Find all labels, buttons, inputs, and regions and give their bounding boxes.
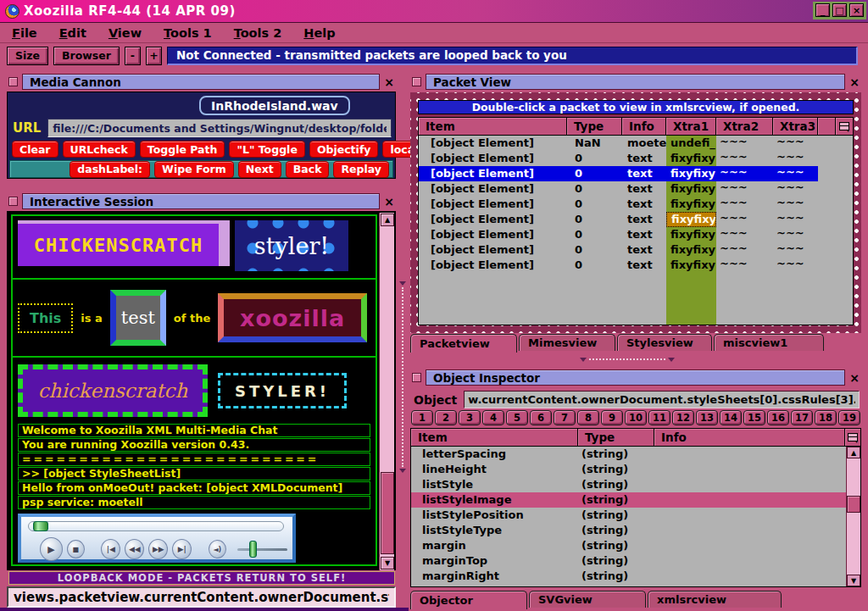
scroll-thumb[interactable]	[381, 472, 394, 554]
vertical-splitter[interactable]	[399, 281, 406, 473]
index-button-17[interactable]: 17	[791, 410, 813, 425]
close-icon[interactable]: ×	[848, 371, 861, 385]
index-button-3[interactable]: 3	[459, 410, 481, 425]
interactive-session-title[interactable]: Interactive Session	[22, 193, 380, 209]
session-scrollbar[interactable]: ▲ ▼	[379, 213, 394, 570]
column-header[interactable]: Xtra3	[773, 118, 818, 135]
toggle-path-button[interactable]: Toggle Path	[140, 141, 225, 158]
menu-file[interactable]: File	[12, 26, 37, 40]
scroll-up-icon[interactable]: ▲	[381, 214, 394, 226]
minimize-button[interactable]: _	[815, 3, 830, 17]
menu-help[interactable]: Help	[303, 26, 335, 40]
menu-tools1[interactable]: Tools 1	[164, 26, 212, 40]
panel-menu-icon[interactable]	[412, 77, 421, 86]
table-row[interactable]: [object Element] 0 text fixyfixy ~~~ ~~~	[419, 242, 853, 258]
index-button-18[interactable]: 18	[815, 410, 837, 425]
panel-menu-icon[interactable]	[8, 77, 18, 86]
property-row[interactable]: margin (string)	[411, 538, 846, 553]
close-button[interactable]: ×	[849, 3, 864, 17]
table-row[interactable]: [object Element] 0 text fixyfixy ~~~ ~~~	[419, 181, 853, 197]
objectify-button[interactable]: Objectify	[309, 141, 379, 158]
property-row[interactable]: listStylePosition (string)	[411, 508, 846, 523]
command-input[interactable]	[7, 586, 396, 608]
close-icon[interactable]: ×	[382, 75, 396, 89]
tab-miscview1[interactable]: miscview1	[714, 334, 824, 351]
clear-button[interactable]: Clear	[12, 141, 58, 158]
l-toggle-button[interactable]: "L" Toggle	[229, 141, 304, 158]
property-row[interactable]: lineHeight (string)	[411, 462, 846, 477]
index-button-12[interactable]: 12	[672, 410, 694, 425]
column-header[interactable]: Item	[411, 429, 578, 446]
object-path-input[interactable]	[464, 391, 860, 408]
panel-menu-icon[interactable]	[412, 373, 421, 382]
tab-svgview[interactable]: SVGview	[529, 591, 646, 608]
table-row[interactable]: [object Element] 0 text fixyfixy ~~~ ~~~	[419, 212, 853, 227]
close-icon[interactable]: ×	[382, 195, 396, 208]
column-options-icon[interactable]	[836, 118, 853, 135]
column-header[interactable]: Xtra2	[716, 118, 773, 135]
index-button-11[interactable]: 11	[648, 410, 670, 425]
index-button-7[interactable]: 7	[554, 410, 576, 425]
tab-objector[interactable]: Objector	[410, 591, 527, 609]
property-row[interactable]: listStyleType (string)	[411, 523, 846, 538]
index-button-10[interactable]: 10	[625, 410, 647, 425]
menu-tools2[interactable]: Tools 2	[234, 26, 282, 40]
maximize-button[interactable]: □	[832, 3, 847, 17]
scroll-down-icon[interactable]: ▼	[381, 557, 394, 569]
property-row[interactable]: marginTop (string)	[411, 553, 846, 569]
minus-button[interactable]: -	[125, 47, 141, 65]
index-button-8[interactable]: 8	[577, 410, 599, 425]
column-header[interactable]: Type	[578, 429, 654, 446]
urlcheck-button[interactable]: URLcheck	[63, 141, 136, 158]
index-button-14[interactable]: 14	[720, 410, 742, 425]
column-header[interactable]: Type	[567, 118, 622, 135]
table-row[interactable]: [object Element] NaN moete_ undefi_ ~~~ …	[419, 136, 853, 151]
close-icon[interactable]: ×	[848, 75, 861, 89]
property-row-selected[interactable]: listStyleImage (string)	[411, 492, 846, 508]
plus-button[interactable]: +	[146, 47, 162, 65]
index-button-6[interactable]: 6	[530, 410, 552, 425]
index-button-2[interactable]: 2	[435, 410, 457, 425]
column-options-icon[interactable]	[845, 429, 860, 446]
tab-mimesview[interactable]: Mimesview	[519, 334, 615, 351]
index-button-5[interactable]: 5	[506, 410, 528, 425]
scroll-down-icon[interactable]: ▼	[847, 575, 860, 586]
index-button-15[interactable]: 15	[743, 410, 765, 425]
index-button-13[interactable]: 13	[696, 410, 718, 425]
size-button[interactable]: Size	[7, 47, 48, 65]
index-button-9[interactable]: 9	[601, 410, 623, 425]
table-row[interactable]: [object Element] 0 text fixyfixy ~~~ ~~~	[419, 227, 853, 242]
window-titlebar[interactable]: Xoozilla RF4-44 (14 APR 09) _ □ ×	[0, 0, 868, 23]
scroll-up-icon[interactable]: ▲	[847, 447, 860, 458]
column-header[interactable]: Info	[622, 118, 666, 135]
fast-forward-button[interactable]: ▶▶	[148, 539, 168, 559]
property-row[interactable]: listStyle (string)	[411, 477, 846, 492]
wipe-form-button[interactable]: Wipe Form	[154, 161, 234, 178]
table-row-selected[interactable]: [object Element] 0 text fixyfixy ~~~ ~~~	[419, 166, 853, 181]
index-button-1[interactable]: 1	[411, 410, 433, 425]
packet-view-title[interactable]: Packet View	[426, 74, 845, 90]
url-input[interactable]	[47, 119, 392, 137]
menu-view[interactable]: View	[108, 26, 142, 40]
next-button[interactable]: Next	[238, 161, 281, 178]
index-button-4[interactable]: 4	[482, 410, 504, 425]
media-cannon-title[interactable]: Media Cannon	[22, 74, 380, 90]
browser-button[interactable]: Browser	[53, 47, 120, 65]
table-row[interactable]: [object Element] 0 text fixyfixy ~~~ ~~~	[419, 151, 853, 166]
tab-packetview[interactable]: Packetview	[410, 334, 517, 353]
replay-button[interactable]: Replay	[333, 161, 389, 178]
object-inspector-title[interactable]: Object Inspector	[426, 369, 845, 386]
property-row[interactable]: marginRight (string)	[411, 569, 846, 584]
stop-button[interactable]: ■	[67, 540, 85, 558]
seek-bar[interactable]	[28, 521, 284, 531]
back-button[interactable]: Back	[286, 161, 330, 178]
volume-slider[interactable]	[237, 541, 287, 558]
index-button-19[interactable]: 19	[838, 410, 860, 425]
table-row[interactable]: [object Element] 0 text fixyfixy ~~~ ~~~	[419, 258, 853, 273]
skip-forward-button[interactable]: ▶|	[172, 539, 192, 559]
tab-stylesview[interactable]: Stylesview	[617, 334, 712, 351]
index-button-16[interactable]: 16	[767, 410, 789, 425]
panel-menu-icon[interactable]	[8, 197, 18, 206]
volume-thumb[interactable]	[249, 541, 257, 558]
play-button[interactable]: ▶	[40, 537, 63, 561]
